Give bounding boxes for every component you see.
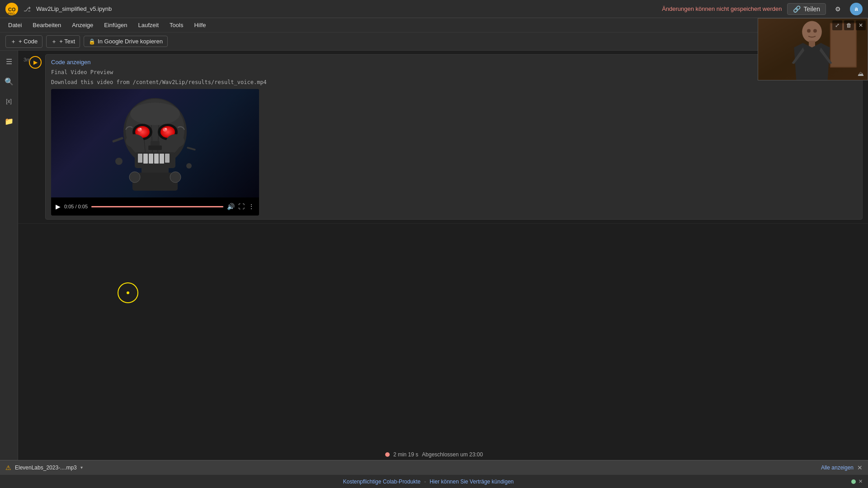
toolbar: ＋ + Code ＋ + Text 🔒 In Google Drive kopi… <box>0 33 868 51</box>
status-green-dot <box>851 479 856 484</box>
download-chevron-icon[interactable]: ▾ <box>80 465 83 470</box>
svg-rect-33 <box>187 146 196 150</box>
download-bar: ⚠ ElevenLabs_2023-....mp3 ▾ Alle anzeige… <box>0 460 868 474</box>
video-progress-fill <box>91 206 223 207</box>
bottom-center: Kostenpflichtige Colab-Produkte - Hier k… <box>5 479 851 485</box>
bottom-link-cancel[interactable]: Hier können Sie Verträge kündigen <box>429 479 514 485</box>
menu-tools[interactable]: Tools <box>165 20 188 30</box>
download-warning-icon: ⚠ <box>5 464 11 471</box>
show-code-button[interactable]: Code anzeigen <box>51 59 90 66</box>
camera-overlay: ⤢ 🗑 ✕ ⛰ <box>758 18 868 80</box>
camera-delete-button[interactable]: 🗑 <box>844 20 854 30</box>
video-play-button[interactable]: ▶ <box>56 203 61 210</box>
svg-point-15 <box>140 128 142 130</box>
menu-datei[interactable]: Datei <box>4 20 26 30</box>
bottom-bar: Kostenpflichtige Colab-Produkte - Hier k… <box>0 474 868 488</box>
video-fullscreen-button[interactable]: ⛶ <box>238 203 245 210</box>
cell-run-button[interactable]: ▶ <box>29 56 42 69</box>
svg-point-31 <box>170 172 181 183</box>
svg-point-42 <box>807 29 811 33</box>
svg-point-20 <box>166 134 184 148</box>
bottom-close-icon[interactable]: ✕ <box>859 479 863 484</box>
cursor-dot <box>127 291 129 294</box>
unsaved-warning: Änderungen können nicht gespeichert werd… <box>662 5 782 12</box>
status-red-dot <box>385 452 390 457</box>
video-player: ▶ 0:05 / 0:05 🔊 ⛶ ⋮ <box>51 89 259 216</box>
svg-rect-32 <box>112 137 123 143</box>
camera-close-button[interactable]: ✕ <box>856 20 866 30</box>
main-layout: ☰ 🔍 [x] 📁 3m ▶ Code anzeigen Final Video… <box>0 51 868 474</box>
share-button[interactable]: 🔗 Teilen <box>787 3 826 15</box>
svg-point-40 <box>802 21 822 43</box>
camera-landscape-icon: ⛰ <box>858 70 864 77</box>
svg-rect-26 <box>160 154 164 164</box>
video-more-button[interactable]: ⋮ <box>248 203 255 210</box>
status-time: 2 min 19 s <box>393 451 418 458</box>
cursor-indicator <box>118 282 138 303</box>
link-icon: 🔗 <box>793 5 801 13</box>
plus-icon: ＋ <box>10 38 16 46</box>
svg-rect-23 <box>143 154 148 164</box>
menu-anzeige[interactable]: Anzeige <box>67 20 98 30</box>
svg-rect-18 <box>148 145 162 150</box>
download-close-button[interactable]: ✕ <box>857 464 863 471</box>
github-icon: ⎇ <box>24 5 31 13</box>
menu-hilfe[interactable]: Hilfe <box>189 20 210 30</box>
camera-expand-button[interactable]: ⤢ <box>832 20 842 30</box>
svg-point-35 <box>186 163 192 169</box>
video-volume-button[interactable]: 🔊 <box>227 203 235 210</box>
svg-point-34 <box>115 158 123 165</box>
svg-point-30 <box>129 172 140 183</box>
bottom-link-products[interactable]: Kostenpflichtige Colab-Produkte <box>343 479 420 485</box>
cell-output-line2: Download this video from /content/Wav2Li… <box>51 79 857 85</box>
left-sidebar: ☰ 🔍 [x] 📁 <box>0 51 18 474</box>
add-code-button[interactable]: ＋ + Code <box>5 35 42 48</box>
video-controls: ▶ 0:05 / 0:05 🔊 ⛶ ⋮ <box>51 197 259 216</box>
menu-laufzeit[interactable]: Laufzeit <box>134 20 164 30</box>
svg-point-8 <box>130 103 180 125</box>
empty-area <box>18 224 868 404</box>
terminator-svg <box>110 94 200 193</box>
svg-rect-22 <box>138 154 142 163</box>
status-completed: Abgeschlossen um 23:00 <box>422 451 483 458</box>
colab-logo-icon: CO PRO <box>5 3 18 15</box>
plus-icon-2: ＋ <box>51 38 57 46</box>
download-show-all[interactable]: Alle anzeigen <box>821 465 854 471</box>
svg-text:CO: CO <box>8 7 16 12</box>
copy-drive-button[interactable]: 🔒 In Google Drive kopieren <box>84 36 168 47</box>
menu-einfügen[interactable]: Einfügen <box>99 20 132 30</box>
cell-content: Code anzeigen Final Video Preview Downlo… <box>45 54 863 220</box>
sidebar-search-icon[interactable]: 🔍 <box>2 74 16 89</box>
sidebar-menu-icon[interactable]: ☰ <box>2 54 16 69</box>
cell-output-line1: Final Video Preview <box>51 69 857 75</box>
notebook-title: Wav2Lip_simplified_v5.ipynb <box>36 5 112 12</box>
settings-button[interactable]: ⚙ <box>831 4 844 14</box>
status-bar: 2 min 19 s Abgeschlossen um 23:00 <box>0 449 868 460</box>
sidebar-variables-icon[interactable]: [x] <box>2 94 16 108</box>
cell-number: 3m <box>24 57 30 62</box>
settings-icon: ⚙ <box>835 5 841 13</box>
sidebar-files-icon[interactable]: 📁 <box>2 114 16 128</box>
lock-icon: 🔒 <box>89 38 95 45</box>
notebook-area: 3m ▶ Code anzeigen Final Video Preview D… <box>18 51 868 474</box>
cell-container: 3m ▶ Code anzeigen Final Video Preview D… <box>18 51 868 224</box>
svg-point-43 <box>813 29 817 33</box>
svg-point-16 <box>165 128 167 130</box>
svg-rect-25 <box>154 154 159 164</box>
svg-point-19 <box>126 134 144 148</box>
video-progress[interactable] <box>91 206 223 207</box>
svg-text:PRO: PRO <box>8 12 15 15</box>
video-thumbnail[interactable] <box>51 89 259 197</box>
bottom-right: ✕ <box>851 479 863 484</box>
download-filename: ElevenLabs_2023-....mp3 <box>15 465 77 471</box>
avatar[interactable]: a <box>850 3 863 15</box>
svg-rect-27 <box>165 154 170 163</box>
camera-controls: ⤢ 🗑 ✕ <box>832 20 866 30</box>
menu-bearbeiten[interactable]: Bearbeiten <box>28 20 66 30</box>
menubar: Datei Bearbeiten Anzeige Einfügen Laufze… <box>0 18 868 33</box>
svg-rect-24 <box>149 154 153 164</box>
topbar: CO PRO ⎇ Wav2Lip_simplified_v5.ipynb Änd… <box>0 0 868 18</box>
video-time: 0:05 / 0:05 <box>64 204 88 209</box>
add-text-button[interactable]: ＋ + Text <box>46 35 80 48</box>
